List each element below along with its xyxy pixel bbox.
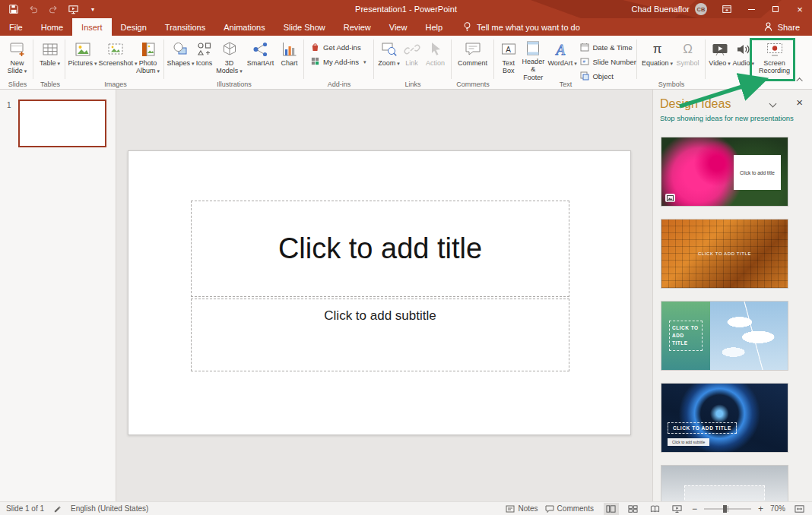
tab-review[interactable]: Review [335, 18, 380, 36]
proofing-icon[interactable] [53, 504, 62, 513]
start-from-beginning-icon[interactable] [67, 3, 79, 15]
notes-button[interactable]: Notes [506, 504, 538, 513]
slide-show-button[interactable] [670, 503, 685, 515]
comments-button[interactable]: Comments [545, 504, 594, 513]
design-thumb-title-box: CLICK TO ADD TITLE [668, 422, 737, 434]
pictures-button[interactable]: Pictures▾ [68, 37, 98, 78]
tab-insert[interactable]: Insert [72, 18, 112, 36]
minimize-button[interactable] [739, 0, 763, 18]
tab-help[interactable]: Help [416, 18, 452, 36]
slide-number-button[interactable]: # Slide Number [580, 56, 636, 68]
link-label: Link [405, 59, 418, 67]
maximize-button[interactable] [763, 0, 788, 18]
zoom-button[interactable]: Zoom▾ [377, 37, 401, 78]
photo-album-button[interactable]: Photo Album▾ [133, 37, 163, 78]
chevron-down-icon[interactable] [769, 100, 777, 108]
slide-editing-surface[interactable]: Click to add title Click to add subtitle [128, 150, 631, 435]
close-button[interactable]: × [788, 0, 812, 18]
header-footer-button[interactable]: Header & Footer [519, 37, 547, 78]
design-idea-thumbnail-flower[interactable]: Click to add title [661, 137, 788, 207]
smartart-button[interactable]: SmartArt [244, 37, 278, 78]
wordart-icon: A [553, 39, 571, 59]
normal-view-button[interactable] [604, 503, 619, 515]
slide-sorter-view-button[interactable] [626, 503, 641, 515]
comments-label: Comments [557, 504, 594, 513]
account-name[interactable]: Chad Buenaflor [632, 5, 690, 14]
3d-models-label: 3D Models [216, 59, 238, 74]
design-idea-thumbnail-gray[interactable] [661, 465, 788, 501]
stop-showing-ideas-link[interactable]: Stop showing ideas for new presentations [660, 114, 794, 122]
comment-button[interactable]: Comment [455, 37, 491, 78]
shapes-button[interactable]: Shapes▾ [167, 37, 194, 78]
design-ideas-close-icon[interactable]: × [796, 96, 803, 109]
equation-button[interactable]: π Equation▾ [641, 37, 674, 78]
design-idea-thumbnail-mosaic[interactable]: CLICK TO ADD TITLE [661, 219, 788, 289]
dropdown-arrow-icon: ▾ [24, 68, 27, 74]
tab-animations[interactable]: Animations [214, 18, 274, 36]
status-bar: Slide 1 of 1 English (United States) Not… [0, 501, 812, 515]
chart-button[interactable]: Chart [278, 37, 302, 78]
tab-home[interactable]: Home [32, 18, 72, 36]
zoom-icon [380, 39, 398, 59]
3d-models-icon [220, 39, 239, 59]
save-icon[interactable] [8, 3, 20, 15]
header-footer-label: Header & Footer [522, 58, 545, 81]
design-idea-thumbnail-ocean[interactable]: CLICK TO ADD TITLE Click to add subtitle [661, 383, 788, 453]
wordart-button[interactable]: A WordArt▾ [547, 37, 577, 78]
group-label-text: Text [494, 81, 637, 88]
fit-slide-to-window-button[interactable] [792, 503, 806, 515]
text-box-button[interactable]: A Text Box [497, 37, 519, 78]
account-avatar[interactable]: CB [695, 3, 707, 15]
tab-design[interactable]: Design [112, 18, 156, 36]
zoom-in-button[interactable]: + [758, 504, 763, 513]
date-time-button[interactable]: Date & Time [580, 42, 632, 53]
tab-file[interactable]: File [0, 18, 32, 36]
ribbon-display-options-icon[interactable] [715, 0, 739, 18]
text-buttons: A Text Box Header & Footer A WordArt▾ [494, 37, 636, 78]
new-slide-button[interactable]: New Slide▾ [2, 37, 33, 78]
zoom-percentage[interactable]: 70% [770, 504, 785, 513]
collapse-ribbon-button[interactable] [795, 75, 806, 84]
slide-thumbnail[interactable] [18, 100, 106, 147]
comments-buttons: Comment [452, 37, 493, 78]
share-button[interactable]: Share [751, 18, 812, 36]
tab-transitions[interactable]: Transitions [156, 18, 214, 36]
dropdown-arrow-icon: ▾ [157, 68, 160, 74]
object-label: Object [592, 72, 613, 81]
get-add-ins-button[interactable]: Get Add-ins [310, 42, 361, 53]
video-button[interactable]: Video▾ [708, 37, 732, 78]
media-buttons: Video▾ Audio▾ Screen Recording [706, 37, 796, 78]
my-add-ins-label: My Add-ins [323, 58, 359, 66]
icons-button[interactable]: Icons [194, 37, 215, 78]
dropdown-arrow-icon: ▾ [574, 61, 577, 66]
pictures-icon [74, 39, 92, 59]
reading-view-button[interactable] [648, 503, 663, 515]
tell-me-box[interactable]: Tell me what you want to do [462, 18, 580, 36]
zoom-out-button[interactable]: − [692, 504, 697, 513]
my-add-ins-button[interactable]: My Add-ins ▾ [310, 56, 366, 68]
language-status[interactable]: English (United States) [71, 504, 148, 513]
ribbon-group-illustrations: Shapes▾ Icons 3D Models▾ [164, 36, 304, 89]
customize-quick-access-toolbar-icon[interactable]: ▾ [87, 3, 99, 15]
zoom-slider[interactable] [704, 508, 751, 510]
tab-view[interactable]: View [380, 18, 417, 36]
add-ins-stack: Get Add-ins My Add-ins ▾ [310, 37, 366, 68]
design-thumb-subtitle-box: Click to add subtitle [668, 438, 709, 446]
design-idea-thumbnail-clouds[interactable]: CLICK TO ADD TITLE [661, 301, 788, 371]
audio-button[interactable]: Audio▾ [732, 37, 755, 78]
table-button[interactable]: Table▾ [39, 37, 61, 78]
undo-icon[interactable] [27, 3, 40, 15]
ribbon-group-add-ins: Get Add-ins My Add-ins ▾ Add-ins [304, 36, 374, 89]
screenshot-button[interactable]: Screenshot▾ [98, 37, 133, 78]
zoom-slider-thumb[interactable] [723, 505, 727, 513]
text-stack: Date & Time # Slide Number Object [577, 37, 636, 82]
3d-models-button[interactable]: 3D Models▾ [215, 37, 244, 78]
screen-recording-button[interactable]: Screen Recording [755, 37, 795, 78]
tab-slide-show[interactable]: Slide Show [274, 18, 335, 36]
dropdown-arrow-icon: ▾ [728, 61, 731, 66]
title-placeholder[interactable]: Click to add title [191, 201, 569, 297]
subtitle-placeholder[interactable]: Click to add subtitle [191, 299, 569, 371]
group-label-media: Media [706, 81, 797, 88]
image-credit-icon [665, 194, 675, 202]
redo-icon[interactable] [47, 3, 59, 15]
